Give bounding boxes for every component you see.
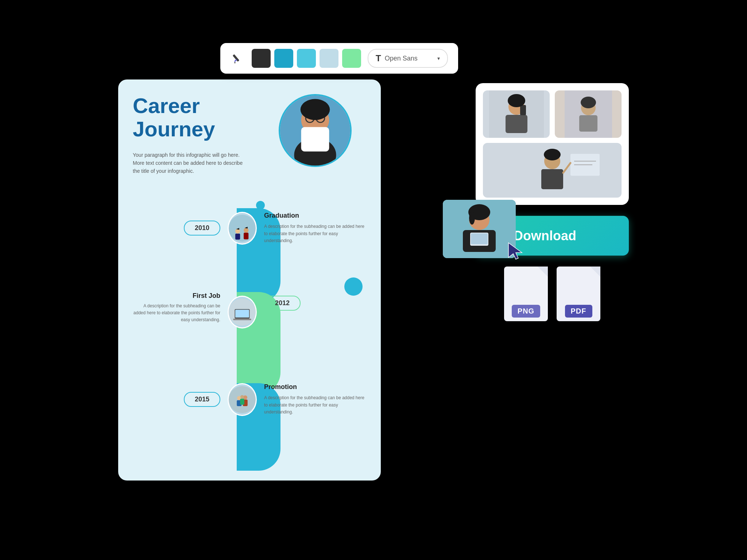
svg-point-46 (581, 97, 596, 108)
svg-point-12 (229, 215, 256, 242)
floating-image-container (443, 200, 516, 258)
svg-rect-16 (244, 233, 248, 239)
svg-point-42 (508, 94, 525, 107)
timeline-img-promotion (228, 383, 257, 416)
firstjob-desc: A description for the subheading can be … (133, 303, 220, 324)
card-paragraph: Your paragraph for this infographic will… (133, 151, 249, 175)
svg-rect-34 (471, 233, 488, 244)
svg-rect-21 (235, 310, 249, 317)
profile-circle (279, 94, 352, 167)
timeline-img-graduation (228, 212, 257, 245)
year-2012: 2012 (264, 296, 301, 311)
svg-point-13 (235, 229, 240, 233)
pdf-badge: PDF (565, 305, 592, 318)
graduation-heading: Graduation (264, 212, 366, 219)
timeline-top-dot (256, 201, 265, 210)
svg-rect-14 (235, 234, 240, 240)
image-gallery-card (476, 83, 629, 205)
gallery-image-1 (483, 90, 550, 138)
gallery-bottom-row (483, 143, 622, 198)
svg-point-28 (240, 395, 244, 398)
svg-point-11 (302, 101, 329, 114)
year-2015: 2015 (184, 392, 220, 407)
swatch-pale-blue[interactable] (320, 49, 338, 68)
png-format-item[interactable]: PNG (504, 267, 548, 321)
timeline-img-laptop (228, 296, 257, 328)
chevron-down-icon: ▾ (437, 55, 440, 61)
pdf-format-item[interactable]: PDF (557, 267, 600, 321)
firstjob-heading: First Job (133, 292, 220, 300)
color-swatches (252, 49, 361, 68)
paint-icon[interactable] (231, 51, 245, 66)
swatch-blue[interactable] (274, 49, 293, 68)
svg-rect-45 (579, 115, 597, 132)
cursor-icon (507, 241, 527, 265)
gallery-top-row (483, 90, 622, 138)
font-t-icon: T (376, 53, 381, 63)
svg-marker-0 (234, 62, 236, 63)
promotion-desc: A description for the subheading can be … (264, 394, 366, 416)
pdf-file-icon: PDF (557, 267, 600, 321)
floating-image (443, 200, 516, 258)
png-badge: PNG (512, 305, 540, 318)
font-name-label: Open Sans (385, 55, 434, 62)
gallery-image-2 (555, 90, 622, 138)
svg-rect-6 (301, 127, 329, 151)
main-container: T Open Sans ▾ Career (118, 43, 629, 517)
swatch-light-blue[interactable] (297, 49, 316, 68)
toolbar: T Open Sans ▾ (220, 43, 458, 74)
svg-point-15 (244, 228, 248, 233)
svg-rect-41 (520, 105, 526, 115)
svg-rect-22 (233, 319, 251, 320)
svg-rect-40 (506, 115, 527, 133)
swatch-green[interactable] (342, 49, 361, 68)
swatch-dark[interactable] (252, 49, 271, 68)
infographic-card: Career Journey Your paragraph for this i… (118, 79, 381, 481)
svg-point-54 (544, 149, 561, 160)
promotion-heading: Promotion (264, 383, 366, 391)
graduation-desc: A description for the subheading can be … (264, 223, 366, 244)
file-formats: PNG PDF (476, 267, 629, 321)
svg-marker-2 (234, 59, 237, 62)
png-file-icon: PNG (504, 267, 548, 321)
svg-point-36 (469, 211, 475, 225)
font-selector[interactable]: T Open Sans ▾ (368, 49, 448, 68)
timeline-container: 2010 (133, 190, 366, 456)
gallery-image-3 (483, 143, 622, 198)
year-2010: 2010 (184, 221, 220, 236)
svg-marker-37 (508, 243, 522, 259)
svg-rect-49 (541, 169, 563, 189)
svg-rect-29 (240, 398, 244, 404)
